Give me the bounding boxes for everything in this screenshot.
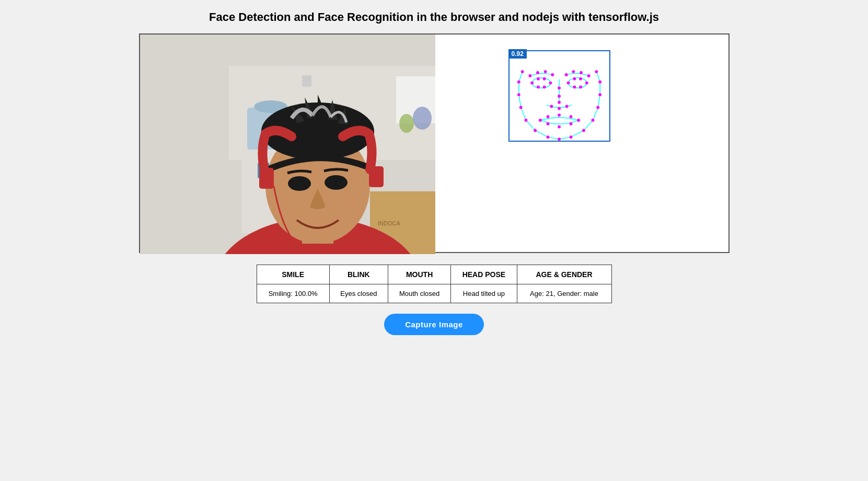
svg-point-40: [596, 106, 599, 109]
svg-point-49: [537, 85, 540, 88]
svg-text:INDOCA: INDOCA: [378, 220, 400, 226]
svg-point-70: [528, 74, 531, 77]
svg-rect-25: [369, 166, 384, 187]
svg-point-77: [587, 74, 590, 77]
svg-point-41: [598, 93, 601, 96]
video-container: INDOCA: [139, 33, 730, 253]
svg-point-68: [558, 125, 561, 129]
svg-point-39: [591, 119, 594, 122]
val-blink: Eyes closed: [329, 284, 388, 303]
svg-point-75: [572, 70, 575, 73]
svg-point-54: [579, 85, 582, 88]
svg-point-46: [542, 77, 546, 81]
svg-point-66: [577, 119, 580, 122]
svg-point-50: [566, 82, 570, 85]
svg-point-69: [546, 122, 549, 125]
svg-point-44: [530, 82, 534, 85]
col-mouth: MOUTH: [388, 265, 450, 284]
svg-point-42: [598, 81, 601, 84]
svg-point-52: [579, 77, 582, 81]
svg-point-33: [524, 119, 527, 122]
svg-point-37: [569, 135, 572, 139]
svg-point-10: [413, 107, 432, 130]
svg-point-57: [558, 95, 561, 98]
webcam-feed: INDOCA: [140, 35, 435, 254]
svg-point-27: [568, 78, 586, 88]
svg-point-36: [558, 138, 561, 141]
val-smile: Smiling: 100.0%: [257, 284, 329, 303]
svg-point-58: [558, 101, 561, 104]
svg-point-56: [558, 86, 561, 89]
svg-rect-12: [302, 75, 311, 87]
val-headpose: Head tilted up: [451, 284, 517, 303]
val-agegender: Age: 21, Gender: male: [517, 284, 611, 303]
svg-point-43: [595, 70, 598, 73]
svg-point-48: [542, 85, 546, 88]
svg-point-23: [325, 175, 348, 190]
svg-point-38: [582, 129, 585, 132]
capture-button[interactable]: Capture Image: [384, 314, 484, 335]
svg-point-71: [536, 71, 539, 74]
svg-point-11: [399, 114, 414, 133]
svg-rect-24: [259, 168, 274, 189]
svg-point-47: [549, 82, 552, 85]
svg-point-72: [543, 70, 547, 73]
svg-point-74: [564, 73, 568, 76]
svg-point-45: [537, 77, 540, 81]
val-mouth: Mouth closed: [388, 284, 450, 303]
svg-point-30: [517, 81, 520, 84]
page-title: Face Detection and Face Recognition in t…: [209, 10, 659, 24]
svg-point-59: [550, 105, 553, 108]
svg-point-65: [569, 115, 572, 118]
svg-point-76: [580, 71, 583, 74]
col-smile: SMILE: [257, 265, 329, 284]
svg-point-35: [546, 135, 549, 139]
detection-table: SMILE BLINK MOUTH HEAD POSE AGE & GENDER…: [257, 265, 612, 303]
col-headpose: HEAD POSE: [451, 265, 517, 284]
landmarks-panel: 0.92: [435, 35, 728, 252]
face-detection-box: 0.92: [508, 50, 610, 142]
col-agegender: AGE & GENDER: [517, 265, 611, 284]
svg-point-63: [546, 115, 549, 118]
svg-point-61: [565, 105, 568, 108]
svg-point-29: [520, 70, 524, 73]
confidence-badge: 0.92: [508, 49, 527, 59]
svg-point-26: [532, 78, 550, 88]
svg-point-22: [288, 176, 311, 191]
svg-point-51: [573, 77, 576, 81]
svg-point-32: [519, 106, 522, 109]
face-landmarks-container: [508, 50, 610, 142]
svg-point-62: [538, 119, 541, 122]
svg-point-64: [558, 113, 561, 117]
col-blink: BLINK: [329, 265, 388, 284]
svg-point-34: [534, 129, 537, 132]
svg-point-73: [551, 73, 554, 76]
svg-point-31: [517, 93, 520, 96]
svg-point-55: [573, 85, 576, 88]
svg-point-53: [585, 82, 588, 85]
svg-point-60: [558, 107, 561, 110]
svg-point-67: [569, 122, 572, 125]
